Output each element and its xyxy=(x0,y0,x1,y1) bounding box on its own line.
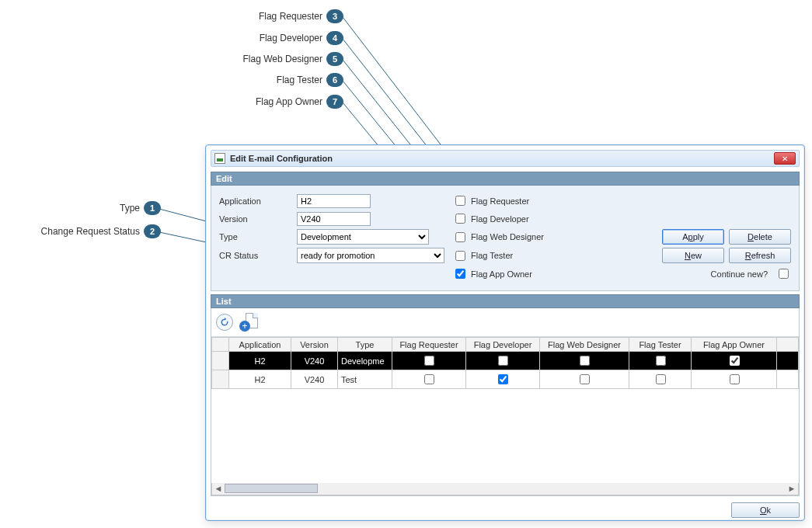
edit-section-header: Edit xyxy=(211,172,800,186)
callout-label-flag-tester: Flag Tester xyxy=(218,75,322,85)
flag-requester-label: Flag Requester xyxy=(471,196,529,206)
callout-badge-7: 7 xyxy=(326,95,343,109)
label-type: Type xyxy=(219,232,289,241)
callout-badge-2: 2 xyxy=(144,224,161,238)
flag-tester-label: Flag Tester xyxy=(471,251,513,260)
flag-appowner-label: Flag App Owner xyxy=(471,269,532,279)
callout-label-flag-requester: Flag Requester xyxy=(218,11,322,22)
col-flag-appowner[interactable]: Flag App Owner xyxy=(692,338,777,352)
list-section-header: List xyxy=(211,294,800,308)
callout-label-flag-appowner: Flag App Owner xyxy=(218,96,322,107)
callout-badge-5: 5 xyxy=(326,52,343,66)
callout-label-type: Type xyxy=(47,203,140,214)
close-button[interactable]: ✕ xyxy=(774,152,796,165)
delete-button[interactable]: Delete xyxy=(729,229,791,245)
dialog-window: Edit E-mail Configuration ✕ Edit Applica… xyxy=(205,144,805,521)
continue-new-label: Continue new? xyxy=(711,269,768,279)
callout-label-crstatus: Change Request Status xyxy=(16,226,140,237)
flag-webdesigner-checkbox[interactable]: Flag Web Designer xyxy=(452,230,544,245)
refresh-icon[interactable] xyxy=(216,314,233,331)
application-field[interactable] xyxy=(297,194,371,208)
list-panel: + Application Version Type Flag Requeste… xyxy=(211,308,800,496)
new-button[interactable]: New xyxy=(662,248,724,263)
refresh-button[interactable]: Refresh xyxy=(729,248,791,263)
type-select[interactable]: Development xyxy=(297,229,429,245)
callout-label-flag-webdesigner: Flag Web Designer xyxy=(218,54,322,64)
flag-appowner-checkbox[interactable]: Flag App Owner xyxy=(452,266,532,281)
continue-new-checkbox[interactable] xyxy=(779,269,789,279)
flag-requester-checkbox[interactable]: Flag Requester xyxy=(452,193,529,208)
col-flag-requester[interactable]: Flag Requester xyxy=(392,338,466,352)
flag-webdesigner-label: Flag Web Designer xyxy=(471,232,544,241)
callout-badge-3: 3 xyxy=(326,9,343,23)
table-row[interactable]: H2V240Test xyxy=(212,370,799,389)
edit-panel: Application Flag Requester Version Flag … xyxy=(211,186,800,291)
col-version[interactable]: Version xyxy=(291,338,338,352)
crstatus-select[interactable]: ready for promotion xyxy=(297,248,444,263)
ok-button[interactable]: Ok xyxy=(731,502,800,518)
flag-developer-checkbox[interactable]: Flag Developer xyxy=(452,211,529,226)
window-title: Edit E-mail Configuration xyxy=(230,154,333,163)
callout-badge-1: 1 xyxy=(144,201,161,215)
version-field[interactable] xyxy=(297,212,371,226)
flag-tester-checkbox[interactable]: Flag Tester xyxy=(452,248,513,263)
label-crstatus: CR Status xyxy=(219,251,289,260)
table-row[interactable]: H2V240Developme xyxy=(212,352,799,370)
apply-button[interactable]: Apply xyxy=(662,229,724,245)
callout-label-flag-developer: Flag Developer xyxy=(218,33,322,43)
label-version: Version xyxy=(219,214,289,224)
add-icon[interactable]: + xyxy=(239,313,258,332)
data-grid[interactable]: Application Version Type Flag Requester … xyxy=(211,337,799,389)
col-flag-developer[interactable]: Flag Developer xyxy=(466,338,540,352)
horizontal-scrollbar[interactable]: ◄ ► xyxy=(211,483,799,495)
col-type[interactable]: Type xyxy=(338,338,392,352)
col-flag-webdesigner[interactable]: Flag Web Designer xyxy=(540,338,629,352)
label-application: Application xyxy=(219,196,289,206)
grid-header-row: Application Version Type Flag Requester … xyxy=(212,338,799,352)
callout-badge-6: 6 xyxy=(326,73,343,87)
col-flag-tester[interactable]: Flag Tester xyxy=(629,338,692,352)
titlebar: Edit E-mail Configuration ✕ xyxy=(211,150,800,167)
flag-developer-label: Flag Developer xyxy=(471,214,529,224)
callout-badge-4: 4 xyxy=(326,31,343,45)
app-icon xyxy=(214,153,225,164)
col-application[interactable]: Application xyxy=(229,338,291,352)
